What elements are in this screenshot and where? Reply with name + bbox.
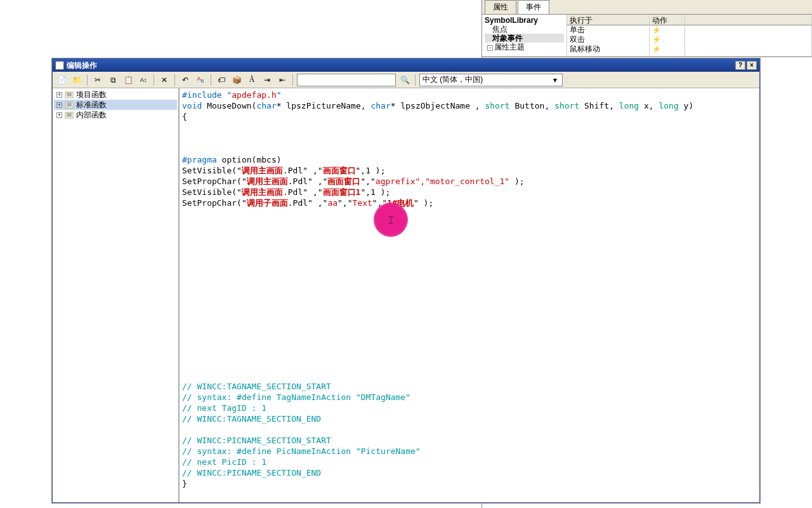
dropdown-icon: ▾ xyxy=(551,76,560,84)
tree-project-funcs[interactable]: + 项目函数 xyxy=(54,90,177,100)
folder-icon xyxy=(65,111,74,119)
tree-root[interactable]: SymbolLibrary xyxy=(485,16,564,25)
cut-icon[interactable]: ✂ xyxy=(91,74,104,86)
editor-toolbar: 📄 📁 ✂ ⧉ 📋 A↕ ✕ ↶ AB 🏷 📦 Å ⇥ ⇤ 🔍 中文 (简体，中… xyxy=(53,72,759,88)
event-column: 执行于 单击 双击 鼠标移动 xyxy=(567,15,650,56)
tree-focus[interactable]: 焦点 xyxy=(485,25,564,34)
event-mousemove[interactable]: 鼠标移动 xyxy=(567,44,649,54)
edit-action-dialog: 编辑操作 ? × 📄 📁 ✂ ⧉ 📋 A↕ ✕ ↶ AB 🏷 📦 Å ⇥ ⇤ 🔍… xyxy=(52,58,760,503)
dialog-title: 编辑操作 xyxy=(67,60,97,71)
event-dblclick[interactable]: 双击 xyxy=(567,35,649,44)
dialog-titlebar[interactable]: 编辑操作 ? × xyxy=(53,59,759,72)
event-click[interactable]: 单击 xyxy=(567,25,649,35)
close-button[interactable]: × xyxy=(747,61,757,70)
tab-properties[interactable]: 属性 xyxy=(485,0,516,14)
tree-standard-funcs[interactable]: + 标准函数 xyxy=(54,100,177,110)
tag-icon[interactable]: 🏷 xyxy=(215,74,228,86)
collapse-icon[interactable]: - xyxy=(487,45,493,51)
syntax-icon[interactable]: AB xyxy=(194,74,207,86)
dialog-icon xyxy=(55,61,64,70)
open-icon[interactable]: 📁 xyxy=(70,74,83,86)
expand-icon[interactable]: + xyxy=(56,92,62,98)
col-head-blank xyxy=(685,15,811,25)
property-tabs: 属性 事件 xyxy=(482,0,812,14)
code-editor[interactable]: #include "apdefap.h" void MouseDown(char… xyxy=(180,88,759,502)
col-head-execute[interactable]: 执行于 xyxy=(567,15,649,25)
export-icon[interactable]: ⇤ xyxy=(276,74,289,86)
col-head-action[interactable]: 动作 xyxy=(650,15,684,25)
property-panel: 属性 事件 SymbolLibrary 焦点 对象事件 -属性主题 执行于 单击… xyxy=(482,0,812,57)
folder-icon xyxy=(65,91,74,98)
paste-icon[interactable]: 📋 xyxy=(122,74,134,86)
object-tree[interactable]: SymbolLibrary 焦点 对象事件 -属性主题 xyxy=(482,15,567,56)
action-bolt-icon[interactable]: ⚡ xyxy=(650,44,684,54)
undo-icon[interactable]: ↶ xyxy=(179,74,192,86)
import-icon[interactable]: ⇥ xyxy=(261,74,273,86)
new-icon[interactable]: 📄 xyxy=(55,74,68,86)
help-button[interactable]: ? xyxy=(735,61,745,70)
function-tree[interactable]: + 项目函数 + 标准函数 + 内部函数 xyxy=(53,88,180,502)
tree-prop-topic[interactable]: -属性主题 xyxy=(485,43,564,51)
expand-icon[interactable]: + xyxy=(56,112,62,118)
language-select[interactable]: 中文 (简体，中国) ▾ xyxy=(419,74,563,86)
tree-object-events[interactable]: 对象事件 xyxy=(485,34,564,43)
box-icon[interactable]: 📦 xyxy=(230,74,243,86)
tab-events[interactable]: 事件 xyxy=(518,0,549,14)
compile-icon[interactable]: Å xyxy=(246,74,258,86)
blank-column xyxy=(685,15,812,56)
folder-icon xyxy=(65,101,74,109)
tree-internal-funcs[interactable]: + 内部函数 xyxy=(54,110,177,120)
action-bolt-icon[interactable]: ⚡ xyxy=(650,35,684,44)
copy-icon[interactable]: ⧉ xyxy=(107,74,119,86)
search-input[interactable] xyxy=(297,74,396,86)
action-column: 动作 ⚡ ⚡ ⚡ xyxy=(650,15,685,56)
delete-icon[interactable]: ✕ xyxy=(158,74,171,86)
format-icon[interactable]: A↕ xyxy=(137,74,150,86)
search-go-icon[interactable]: 🔍 xyxy=(398,74,411,86)
action-bolt-icon[interactable]: ⚡ xyxy=(650,25,684,35)
expand-icon[interactable]: + xyxy=(56,102,62,108)
